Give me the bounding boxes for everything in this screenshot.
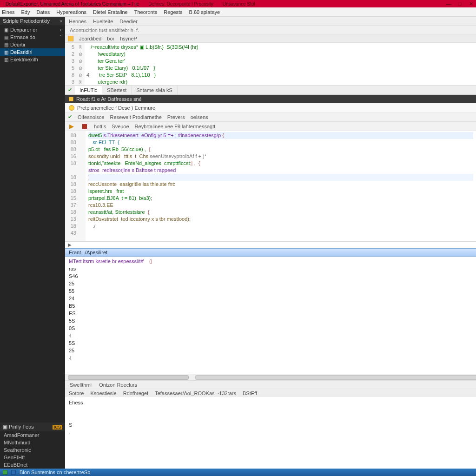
console-tab[interactable]: Tefassesaer/Aol_ROOKas -·132:ars [155,390,236,396]
sidebar: Sdriple Pretiodentkiy > ▣Dexparer or› ▤E… [0,17,65,469]
gutter: 8888881618181818153718131843 [65,131,78,241]
check-icon: ✔ [68,114,72,120]
sidebar-panel2: ▣ Pinlly Feas ICS AmadFormaner MNothmurd… [0,423,65,469]
panel2-item[interactable]: AmadFormaner [0,431,65,439]
editor-main[interactable]: 8888881618181818153718131843 dwet5 s.Trk… [65,131,476,242]
status-icon[interactable] [3,470,7,475]
console-tab[interactable]: Rdnfhregef [123,390,148,396]
doc-tab[interactable]: Huelteite [93,19,113,24]
chevron-right-icon: › [60,27,61,33]
close-icon[interactable]: ✕ [468,1,474,7]
menu-item[interactable]: Hypereations [56,9,86,15]
sidebar-tree: ▣Dexparer or› ▤Errnace doˆ ▤Deurtir ▥DeE… [0,25,65,64]
console-tab[interactable]: BStEff [243,390,257,396]
toolbar-label[interactable]: bor [107,36,114,41]
subtool-item[interactable]: Sveuoe [112,124,129,129]
panel2-head[interactable]: ▣ Pinlly Feas ICS [0,423,65,431]
lightbulb-icon[interactable] [69,105,74,111]
mid-tabs: ✔ InFUTic SBertest Sntame sMa kS [65,86,476,95]
bottom-tabs: Swellthmi Ontzon Roeclurs [65,380,476,389]
marker-icon[interactable] [68,36,73,41]
module-icon: ▣ [3,424,7,430]
fold-column[interactable] [78,131,86,241]
status-icon[interactable] [11,470,16,475]
section-header: Pretplanemellec f Dese ) Eemnure [65,103,476,112]
panel2-item[interactable]: GenEIHft [0,454,65,461]
marker-icon [69,97,73,101]
editor-top[interactable]: 523583 §⊖⊖⊖⊖§ /~reacultivite dryxes* ▣ L… [65,43,476,86]
panel2-title: Pinlly Feas [9,424,34,430]
horizontal-scrollbar[interactable] [65,374,476,380]
mid-tab[interactable]: InFUTic [75,86,102,94]
tree-label: DeEsridiri [10,49,33,55]
section-title: Pretplanemellec f Dese ) Eemnure [77,105,155,111]
chevron-down-icon: ˆ [60,35,61,40]
toolbar-label[interactable]: Jeardibed [79,36,101,41]
code-area[interactable]: /~reacultivite dryxes* ▣ L.b)Sfr.} S(30l… [85,43,476,85]
expand-icon[interactable]: ▶ [68,242,72,247]
subtoolbar-1: ✔ Olfesnoisce Resewelt Prodiarnethe Prev… [65,112,476,122]
panel2-item[interactable]: EEuBDnet [0,461,65,469]
subtool-item[interactable]: Olfesnoisce [78,114,104,120]
title-tab-0[interactable]: DefaultExporter, Unnamed Arena of Toolsu… [2,1,143,7]
output-panel[interactable]: MTert itsrm ksretle br espesssi/t/f (|ra… [65,257,476,374]
breadcrumb: Acontucition tust ansititeb: h. f. [65,26,476,34]
mid-tab[interactable]: Sntame sMa kS [132,86,178,94]
file-icon: ▥ [4,50,8,55]
tree-label: Deurtir [10,42,26,47]
tree-label: Errnace do [10,34,35,40]
tree-item[interactable]: ▣Dexparer or› [0,26,65,33]
subtool-item[interactable]: Resewelt Prodiarnethe [110,114,161,120]
tree-item[interactable]: ▥DeEsridiri [0,48,65,56]
subtool-item[interactable]: Prevers [167,114,185,120]
status-bar: Blon Suntemins cn cherertreSb [0,469,476,476]
menu-item[interactable]: Eines [2,9,15,15]
console[interactable]: EhessS. [65,397,476,469]
file-icon: ▤ [4,42,8,47]
menu-item[interactable]: Regests [164,9,182,15]
tree-item[interactable]: ▥Exektmexith [0,56,65,63]
scroll-thumb[interactable] [195,375,476,380]
output-header[interactable]: Erant l /Apesiliret [65,248,476,257]
folder-icon: ▣ [4,27,8,33]
title-tab-2[interactable]: Unsavance Stol [219,1,259,7]
menu-item[interactable]: Dietel Erataline [93,9,128,15]
play-icon[interactable]: ▶ [68,123,75,130]
sidebar-section-head[interactable]: Sdriple Pretiodentkiy > [0,17,65,25]
subtool-item[interactable]: Reybrtalinee vee F9 lahtermessagtt [135,124,216,129]
subtool-item[interactable]: oelsens [191,114,208,120]
sidebar-section-title: Sdriple Pretiodentkiy [3,18,50,24]
panel2-item[interactable]: Seatheronic [0,446,65,454]
menu-item[interactable]: Edy [21,9,30,15]
subtool-item[interactable]: hottis [94,124,106,129]
editor-toolbar: Jeardibed bor hsyneP [65,34,476,43]
subtoolbar-2: ▶ hottis Sveuoe Reybrtalinee vee F9 laht… [65,122,476,131]
tree-item[interactable]: ▤Errnace doˆ [0,33,65,41]
file-icon: ▤ [4,35,8,40]
toolbar-label[interactable]: hsyneP [120,36,137,41]
fold-column[interactable]: §⊖⊖⊖⊖§ [76,43,85,85]
doc-tab[interactable]: Hennes [69,19,86,24]
doc-tab[interactable]: Deedier [119,19,138,24]
menu-item[interactable]: Theoronts [134,9,158,15]
console-tab[interactable]: Ksoestiesle [90,390,116,396]
titlebar: DefaultExporter, Unnamed Arena of Toolsu… [0,0,476,7]
editor-scrollrow[interactable]: ▶ [65,242,476,248]
title-tab-1[interactable]: Defines: Decorpolite I Procosity [145,1,217,7]
main: Hennes Huelteite Deedier Acontucition tu… [65,17,476,469]
mid-tab[interactable]: SBertest [102,86,132,94]
section-banner: Roadt f1 e Ar Datfresses sné [65,95,476,103]
tree-item[interactable]: ▤Deurtir [0,41,65,48]
code-area[interactable]: dwet5 s.Trkesetnesert eOnfig.yr 5 =+ ; #… [86,131,476,241]
panel2-item[interactable]: MNothmurd [0,439,65,446]
badge-icon: ICS [53,425,62,430]
menu-item[interactable]: B.60 splataye [189,9,220,15]
scroll-thumb[interactable] [68,375,189,380]
stop-icon[interactable] [81,123,88,130]
bottom-tab[interactable]: Ontzon Roeclurs [99,382,137,388]
maximize-icon[interactable]: □ [456,1,463,7]
menu-item[interactable]: Dates [37,9,50,15]
console-tab[interactable]: Sotore [69,390,84,396]
minimize-icon[interactable]: — [445,1,452,7]
bottom-tab[interactable]: Swellthmi [70,382,92,388]
